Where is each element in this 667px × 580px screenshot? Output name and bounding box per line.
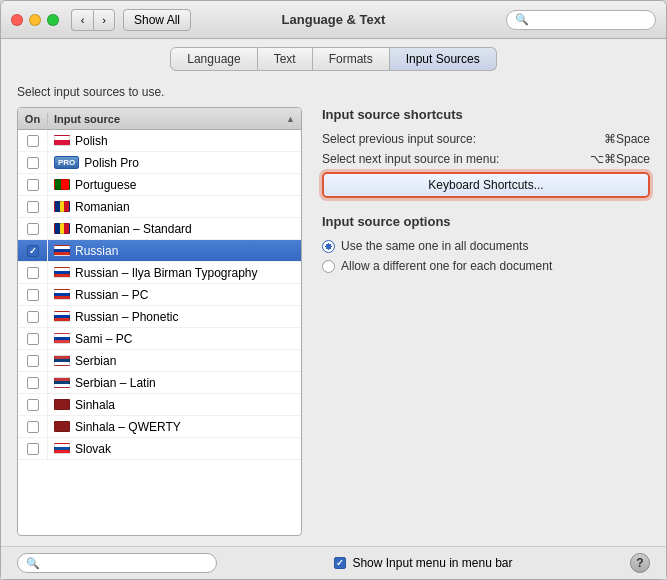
- cell-on: [18, 372, 48, 393]
- tab-input-sources[interactable]: Input Sources: [390, 47, 497, 71]
- radio-row[interactable]: Allow a different one for each document: [322, 259, 650, 273]
- main-area: On Input source ▲ Polish: [17, 107, 650, 536]
- right-panel: Input source shortcuts Select previous i…: [322, 107, 650, 536]
- cell-source: Russian – Phonetic: [48, 310, 301, 324]
- shortcut-key: ⌘Space: [604, 132, 650, 146]
- row-checkbox[interactable]: [27, 245, 39, 257]
- keyboard-shortcuts-button[interactable]: Keyboard Shortcuts...: [322, 172, 650, 198]
- flag-icon: [54, 421, 70, 432]
- cell-on: [18, 152, 48, 173]
- tab-bar: Language Text Formats Input Sources: [1, 39, 666, 71]
- minimize-button[interactable]: [29, 14, 41, 26]
- flag-icon: [54, 135, 70, 146]
- table-row[interactable]: Russian – Ilya Birman Typography: [18, 262, 301, 284]
- table-row[interactable]: Serbian: [18, 350, 301, 372]
- row-checkbox[interactable]: [27, 355, 39, 367]
- close-button[interactable]: [11, 14, 23, 26]
- cell-source: Sinhala – QWERTY: [48, 420, 301, 434]
- bottom-search-input[interactable]: [42, 557, 208, 569]
- cell-on: [18, 174, 48, 195]
- row-checkbox[interactable]: [27, 201, 39, 213]
- row-checkbox[interactable]: [27, 443, 39, 455]
- table-body[interactable]: Polish PRO Polish Pro: [18, 130, 301, 485]
- tab-text[interactable]: Text: [258, 47, 313, 71]
- flag-icon: [54, 245, 70, 256]
- row-checkbox[interactable]: [27, 333, 39, 345]
- radio-row[interactable]: Use the same one in all documents: [322, 239, 650, 253]
- row-checkbox[interactable]: [27, 399, 39, 411]
- show-all-button[interactable]: Show All: [123, 9, 191, 31]
- radio-label: Allow a different one for each document: [341, 259, 552, 273]
- search-icon: 🔍: [515, 13, 529, 26]
- show-menu-label: Show Input menu in menu bar: [352, 556, 512, 570]
- table-row[interactable]: Romanian – Standard: [18, 218, 301, 240]
- cell-on: [18, 328, 48, 349]
- cell-on: [18, 262, 48, 283]
- row-checkbox[interactable]: [27, 377, 39, 389]
- table-row[interactable]: Slovak: [18, 438, 301, 460]
- bottom-row: 🔍 Show Input menu in menu bar ?: [1, 546, 666, 579]
- table-row[interactable]: Romanian: [18, 196, 301, 218]
- cell-source: Russian – Ilya Birman Typography: [48, 266, 301, 280]
- table-row[interactable]: Russian – Phonetic: [18, 306, 301, 328]
- row-checkbox[interactable]: [27, 267, 39, 279]
- shortcuts-title: Input source shortcuts: [322, 107, 650, 122]
- title-bar: ‹ › Show All Language & Text 🔍: [1, 1, 666, 39]
- row-checkbox[interactable]: [27, 223, 39, 235]
- cell-source: Russian: [48, 244, 301, 258]
- shortcuts-section: Input source shortcuts Select previous i…: [322, 107, 650, 198]
- tab-language[interactable]: Language: [170, 47, 257, 71]
- bottom-search-bar[interactable]: 🔍: [17, 553, 217, 573]
- cell-source: Romanian: [48, 200, 301, 214]
- shortcut-row: Select previous input source: ⌘Space: [322, 132, 650, 146]
- row-checkbox[interactable]: [27, 421, 39, 433]
- table-row[interactable]: Russian – PC: [18, 284, 301, 306]
- cell-source: Portuguese: [48, 178, 301, 192]
- row-checkbox[interactable]: [27, 179, 39, 191]
- show-menu-area: Show Input menu in menu bar: [217, 556, 630, 570]
- cell-on: [18, 130, 48, 151]
- cell-on: [18, 218, 48, 239]
- shortcut-label: Select previous input source:: [322, 132, 476, 146]
- nav-buttons: ‹ ›: [71, 9, 115, 31]
- table-row[interactable]: Portuguese: [18, 174, 301, 196]
- table-row[interactable]: Sinhala: [18, 394, 301, 416]
- cell-source: Russian – PC: [48, 288, 301, 302]
- cell-source: Slovak: [48, 442, 301, 456]
- cell-source: Polish: [48, 134, 301, 148]
- table-row[interactable]: Sami – PC: [18, 328, 301, 350]
- radio-diff-doc[interactable]: [322, 260, 335, 273]
- table-row[interactable]: Serbian – Latin: [18, 372, 301, 394]
- back-button[interactable]: ‹: [71, 9, 93, 31]
- row-checkbox[interactable]: [27, 289, 39, 301]
- row-checkbox[interactable]: [27, 311, 39, 323]
- table-row[interactable]: PRO Polish Pro: [18, 152, 301, 174]
- forward-button[interactable]: ›: [93, 9, 115, 31]
- table-row[interactable]: Russian: [18, 240, 301, 262]
- flag-icon: [54, 355, 70, 366]
- cell-on: [18, 438, 48, 459]
- row-checkbox[interactable]: [27, 157, 39, 169]
- shortcut-key: ⌥⌘Space: [590, 152, 650, 166]
- cell-on: [18, 394, 48, 415]
- search-bar[interactable]: 🔍: [506, 10, 656, 30]
- content-area: Select input sources to use. On Input so…: [1, 71, 666, 546]
- flag-icon: [54, 311, 70, 322]
- cell-on: [18, 416, 48, 437]
- search-input[interactable]: [529, 14, 647, 26]
- show-menu-checkbox[interactable]: [334, 557, 346, 569]
- radio-label: Use the same one in all documents: [341, 239, 528, 253]
- table-row[interactable]: Polish: [18, 130, 301, 152]
- options-section: Input source options Use the same one in…: [322, 214, 650, 279]
- tab-formats[interactable]: Formats: [313, 47, 390, 71]
- cell-on: [18, 350, 48, 371]
- help-button[interactable]: ?: [630, 553, 650, 573]
- row-checkbox[interactable]: [27, 135, 39, 147]
- input-table: On Input source ▲ Polish: [17, 107, 302, 536]
- left-panel: On Input source ▲ Polish: [17, 107, 302, 536]
- shortcut-label: Select next input source in menu:: [322, 152, 499, 166]
- maximize-button[interactable]: [47, 14, 59, 26]
- table-row[interactable]: Sinhala – QWERTY: [18, 416, 301, 438]
- cell-source: Serbian: [48, 354, 301, 368]
- radio-same-doc[interactable]: [322, 240, 335, 253]
